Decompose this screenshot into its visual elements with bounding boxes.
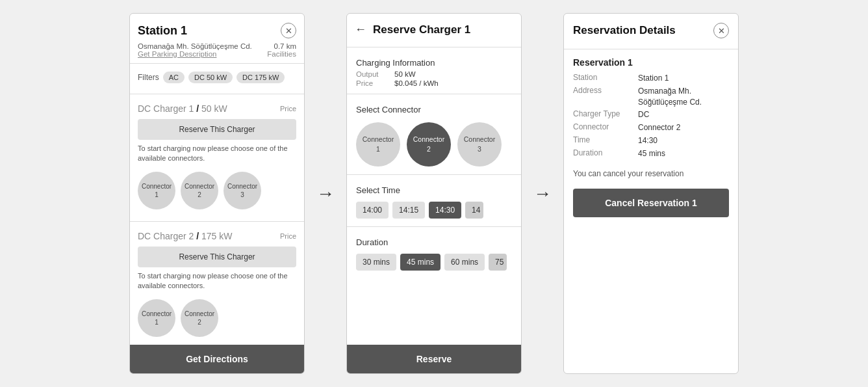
s3-station-key: Station [573, 73, 632, 84]
screen1-address-text: Osmanağa Mh. Söğütlüçeşme Cd. [138, 42, 252, 50]
screen2-connector-3[interactable]: Connector3 [457, 122, 502, 167]
s3-duration-val: 45 mins [638, 148, 665, 159]
s3-station-row: Station Station 1 [573, 73, 729, 84]
screen2-back-button[interactable]: ← [355, 23, 366, 36]
screen3-title: Reservation Details [573, 24, 676, 37]
screen2-price-row: Price $0.045 / kWh [347, 79, 521, 88]
filters-row: Filters AC DC 50 kW DC 175 kW [130, 69, 304, 88]
screen2-output-row: Output 50 kW [347, 70, 521, 79]
screen3-close-button[interactable]: ✕ [713, 23, 729, 38]
screen1-get-directions-button[interactable]: Get Directions [130, 345, 304, 373]
filter-chip-dc50[interactable]: DC 50 kW [188, 72, 233, 83]
screen2-charging-info-label: Charging Information [347, 53, 521, 70]
s3-duration-row: Duration 45 mins [573, 148, 729, 159]
screen2-duration-label: Duration [347, 232, 521, 250]
screen1-header: Station 1 ✕ [130, 14, 304, 41]
screen2-title: Reserve Charger 1 [373, 23, 470, 36]
screen2-output-val: 50 kW [394, 70, 416, 78]
filter-chip-dc175[interactable]: DC 175 kW [236, 72, 285, 83]
s3-connector-val: Connector 2 [638, 122, 680, 133]
s3-time-val: 14:30 [638, 135, 657, 146]
screen2-time-1400[interactable]: 14:00 [356, 202, 389, 219]
screen1-address: Osmanağa Mh. Söğütlüçeşme Cd. 0.7 km Get… [130, 41, 304, 58]
s3-address-val: Osmanağa Mh.Söğütlüçeşme Cd. [638, 86, 702, 108]
screen2-duration-partial[interactable]: 75 [489, 254, 507, 271]
charger2-reserve-button[interactable]: Reserve This Charger [138, 247, 296, 267]
screen1-title: Station 1 [138, 24, 187, 38]
screen2-time-label: Select Time [347, 180, 521, 198]
screen3-cancel-note: You can cancel your reservation [564, 161, 738, 185]
charger1-section: DC Charger 1 / 50 kW Price Reserve This … [130, 100, 304, 216]
screen2-time-partial[interactable]: 14 [465, 202, 483, 219]
screen3-cancel-button[interactable]: Cancel Reservation 1 [573, 189, 729, 217]
screen2-price-val: $0.045 / kWh [394, 79, 439, 87]
s3-station-val: Station 1 [638, 73, 669, 84]
charger2-connector-2[interactable]: Connector2 [181, 299, 218, 337]
arrow-1: → [316, 183, 335, 204]
s3-connector-row: Connector Connector 2 [573, 122, 729, 133]
charger1-connector-2[interactable]: Connector2 [181, 172, 218, 209]
screen-3: Reservation Details ✕ Reservation 1 Stat… [563, 13, 739, 374]
charger1-connector-3[interactable]: Connector3 [223, 172, 261, 209]
charger2-price-label: Price [280, 232, 296, 240]
s3-address-key: Address [573, 86, 632, 108]
s3-time-key: Time [573, 135, 632, 146]
s3-charger-type-row: Charger Type DC [573, 109, 729, 120]
screen2-duration-chips: 30 mins 45 mins 60 mins 75 [347, 250, 521, 273]
screen2-duration-30[interactable]: 30 mins [356, 254, 396, 271]
screen2-reserve-button[interactable]: Reserve [347, 345, 521, 373]
screen2-connector-label: Select Connector [347, 100, 521, 117]
s3-duration-key: Duration [573, 148, 632, 159]
screen2-connectors: Connector1 Connector2 Connector3 [347, 117, 521, 169]
screen2-header: ← Reserve Charger 1 [347, 14, 521, 42]
screen3-details: Station Station 1 Address Osmanağa Mh.Sö… [564, 73, 738, 159]
filters-label: Filters [138, 73, 159, 82]
screen2-duration-60[interactable]: 60 mins [444, 254, 485, 271]
s3-time-row: Time 14:30 [573, 135, 729, 146]
arrow-2: → [533, 183, 552, 204]
screen3-reservation-label: Reservation 1 [564, 55, 738, 73]
screen1-close-button[interactable]: ✕ [281, 23, 296, 38]
filter-chip-ac[interactable]: AC [163, 72, 185, 83]
screen2-duration-45[interactable]: 45 mins [400, 254, 440, 271]
s3-charger-type-key: Charger Type [573, 109, 632, 120]
screen3-header: Reservation Details ✕ [564, 14, 738, 44]
screen-2: ← Reserve Charger 1 Charging Information… [346, 13, 522, 374]
screen2-connector-1[interactable]: Connector1 [356, 122, 400, 167]
screen2-time-chips: 14:00 14:15 14:30 14 [347, 198, 521, 221]
screen1-facilities[interactable]: Facilities [267, 50, 296, 58]
charger2-title: DC Charger 2 / 175 kW [138, 231, 233, 241]
s3-connector-key: Connector [573, 122, 632, 133]
screen2-time-1430[interactable]: 14:30 [429, 202, 461, 219]
screen2-price-key: Price [356, 79, 385, 87]
charger1-reserve-button[interactable]: Reserve This Charger [138, 119, 296, 140]
charger1-connector-1[interactable]: Connector1 [138, 172, 175, 209]
charger1-hint: To start charging now please choose one … [138, 144, 296, 164]
charger2-connector-1[interactable]: Connector1 [138, 299, 175, 337]
screen1-get-parking[interactable]: Get Parking Description [138, 50, 216, 58]
screen2-connector-2[interactable]: Connector2 [407, 122, 451, 167]
screen-1: Station 1 ✕ Osmanağa Mh. Söğütlüçeşme Cd… [129, 13, 305, 374]
charger2-hint: To start charging now please choose one … [138, 271, 296, 291]
s3-charger-type-val: DC [638, 109, 649, 120]
screen2-output-key: Output [356, 70, 385, 78]
screen1-distance: 0.7 km [274, 42, 296, 50]
charger1-title: DC Charger 1 / 50 kW [138, 103, 227, 114]
s3-address-row: Address Osmanağa Mh.Söğütlüçeşme Cd. [573, 86, 729, 108]
charger1-price-label: Price [280, 105, 296, 113]
charger2-section: DC Charger 2 / 175 kW Price Reserve This… [130, 227, 304, 343]
screen2-time-1415[interactable]: 14:15 [392, 202, 425, 219]
charger2-connectors: Connector1 Connector2 [138, 297, 296, 343]
charger1-connectors: Connector1 Connector2 Connector3 [138, 169, 296, 216]
